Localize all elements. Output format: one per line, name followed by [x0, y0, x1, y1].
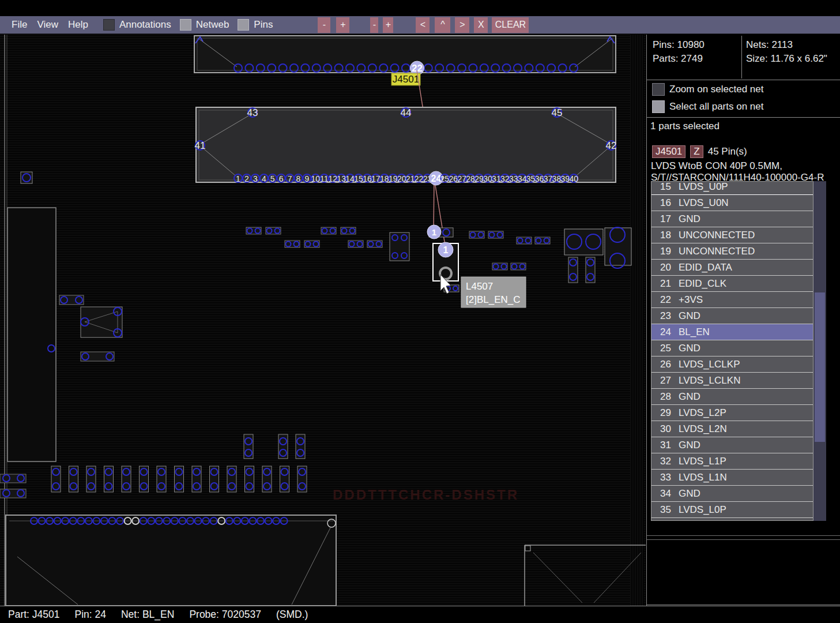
pin-number: 15: [354, 174, 363, 183]
zoom-on-net-label: Zoom on selected net: [669, 84, 763, 95]
top-connector[interactable]: 22: [194, 36, 616, 75]
pin-list-row-22[interactable]: 22+3VS: [651, 292, 813, 308]
pin-number: 28: [651, 391, 671, 403]
pin-list-row-34[interactable]: 34GND: [651, 486, 813, 502]
nets-count: Nets: 2113: [746, 39, 793, 51]
select-all-parts-toggle[interactable]: Select all parts on net: [652, 100, 763, 113]
toggle-netweb[interactable]: Netweb: [180, 19, 229, 31]
pin-number: 22: [651, 294, 671, 306]
menu-file[interactable]: File: [12, 19, 27, 31]
select-all-parts-label: Select all parts on net: [669, 101, 763, 112]
component[interactable]: [564, 229, 603, 255]
pin-list-row-16[interactable]: 16LVDS_U0N: [651, 195, 813, 211]
toggle-pins[interactable]: Pins: [238, 19, 273, 31]
pin-number: 28: [466, 174, 475, 183]
pin-number: 10: [311, 174, 321, 183]
pin-number: 19: [389, 174, 398, 183]
pin-list-row-23[interactable]: 23GND: [651, 308, 813, 324]
toolbar-button--[interactable]: -: [370, 17, 378, 33]
pin-list-row-15[interactable]: 15LVDS_U0P: [651, 181, 813, 195]
pin-number: 17: [371, 174, 381, 183]
pin-number: 12: [328, 174, 337, 183]
pin-number: 29: [474, 174, 484, 183]
toolbar-button--[interactable]: -: [318, 17, 330, 33]
component[interactable]: [605, 228, 631, 265]
scrollbar-thumb[interactable]: [815, 292, 825, 442]
pin-list-row-17[interactable]: 17GND: [651, 211, 813, 227]
checkbox-checked[interactable]: [652, 100, 665, 113]
pin-net-name: GND: [679, 213, 700, 225]
four-pin-component[interactable]: [390, 232, 409, 261]
pin-net-name: LVDS_L2P: [679, 407, 726, 419]
pin-list-row-28[interactable]: 28GND: [651, 389, 813, 405]
status-part: Part: J4501: [8, 609, 60, 621]
pin-list-row-29[interactable]: 29LVDS_L2P: [651, 405, 813, 421]
menu-help[interactable]: Help: [68, 19, 88, 31]
selected-part-label: J4501: [391, 73, 420, 85]
pin-list-row-25[interactable]: 25GND: [651, 340, 813, 356]
menu-view[interactable]: View: [37, 19, 58, 31]
pin-net-name: LVDS_L1P: [679, 456, 726, 467]
checkbox-unchecked[interactable]: [103, 19, 115, 31]
pin-list-row-19[interactable]: 19UNCONNECTED: [651, 243, 813, 260]
pin-list-row-26[interactable]: 26LVDS_LCLKP: [651, 356, 813, 373]
divider: [647, 535, 840, 536]
pin-net-name: GND: [679, 391, 700, 403]
component[interactable]: [81, 307, 122, 337]
pin-list-row-30[interactable]: 30LVDS_L2N: [651, 421, 813, 437]
pin-number: 33: [509, 174, 518, 183]
main-connector[interactable]: 4344454142 12345678910111213141516171819…: [195, 107, 617, 185]
pin-number: 25: [440, 174, 450, 183]
divider: [647, 539, 840, 540]
pin-net-list[interactable]: 15LVDS_U0P16LVDS_U0N17GND18UNCONNECTED19…: [651, 181, 813, 521]
pin-number: 19: [651, 246, 671, 257]
pin-list-row-27[interactable]: 27LVDS_LCLKN: [651, 373, 813, 389]
checkbox-checked[interactable]: [238, 19, 249, 31]
toggle-label: Annotations: [119, 19, 171, 31]
pin-number: 20: [397, 174, 406, 183]
part-ref-chip[interactable]: J4501: [652, 145, 685, 158]
pin-number: 2: [244, 174, 249, 183]
divider: [647, 80, 840, 80]
probe-part-upper[interactable]: 1: [427, 225, 453, 239]
toolbar-button->[interactable]: >: [455, 17, 469, 33]
pin-list-row-32[interactable]: 32LVDS_L1P: [651, 453, 813, 470]
left-parts: [7, 172, 122, 461]
svg-text:1: 1: [432, 227, 436, 237]
z-button[interactable]: Z: [690, 145, 703, 158]
corner-pin-number: 43: [247, 107, 258, 118]
toolbar-button-^[interactable]: ^: [435, 17, 450, 33]
pin-list-scrollbar[interactable]: [813, 181, 826, 521]
pin-list-row-33[interactable]: 33LVDS_L1N: [651, 470, 813, 486]
pin-number: 7: [288, 174, 292, 183]
pin-number: 18: [651, 230, 671, 241]
zoom-on-net-toggle[interactable]: Zoom on selected net: [652, 83, 763, 96]
pin-number: 32: [651, 456, 671, 467]
pin-list-row-31[interactable]: 31GND: [651, 437, 813, 453]
pin-number: 39: [561, 174, 570, 183]
board-canvas[interactable]: 22 J4501 4344454142: [0, 35, 646, 606]
large-component[interactable]: [7, 208, 56, 461]
pin-list-row-35[interactable]: 35LVDS_L0P: [651, 502, 813, 518]
toggle-annotations[interactable]: Annotations: [103, 19, 171, 31]
toggle-label: Netweb: [196, 19, 229, 31]
pin-net-name: EDID_DATA: [679, 262, 732, 273]
pin-net-name: LVDS_LCLKN: [679, 375, 740, 386]
toolbar-button-+[interactable]: +: [383, 17, 393, 33]
checkbox-unchecked[interactable]: [652, 83, 665, 96]
toolbar-button-x[interactable]: X: [474, 17, 488, 33]
bottom-connector[interactable]: [6, 515, 336, 606]
pin-number: 3: [253, 174, 258, 183]
pin-list-row-24[interactable]: 24BL_EN: [651, 324, 813, 340]
toolbar-button-<[interactable]: <: [416, 17, 430, 33]
toolbar-button-+[interactable]: +: [336, 17, 349, 33]
pin-number: 31: [492, 174, 501, 183]
toolbar-button-clear[interactable]: CLEAR: [492, 17, 529, 33]
pin-list-row-21[interactable]: 21EDID_CLK: [651, 276, 813, 292]
component-L4507[interactable]: 1: [433, 242, 458, 281]
selected-count: 1 parts selected: [650, 121, 720, 132]
pin-list-row-18[interactable]: 18UNCONNECTED: [651, 227, 813, 243]
checkbox-checked[interactable]: [180, 19, 191, 31]
pin-list-row-20[interactable]: 20EDID_DATA: [651, 260, 813, 276]
part-desc-1: LVDS WtoB CON 40P 0.5MM,: [651, 160, 782, 172]
